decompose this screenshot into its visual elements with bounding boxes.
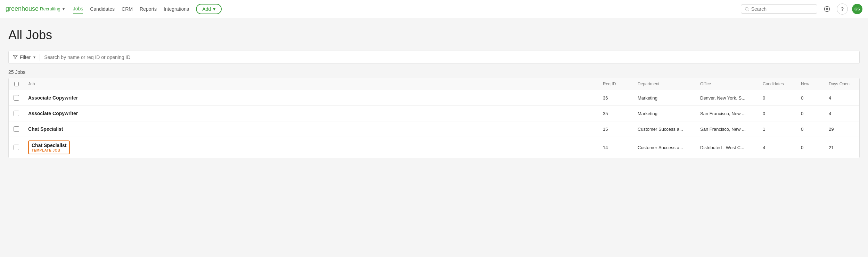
candidates-cell: 0 (759, 91, 797, 105)
office-cell: San Francisco, New ... (696, 122, 759, 137)
help-button[interactable]: ? (837, 3, 848, 15)
table-row: Associate Copywriter 35 Marketing San Fr… (9, 106, 859, 121)
office-cell: San Francisco, New ... (696, 106, 759, 121)
req-id-cell: 35 (599, 106, 633, 121)
brand-logo[interactable]: greenhouse Recruiting ▾ (6, 5, 65, 12)
global-search-box[interactable] (741, 5, 817, 14)
department-cell: Marketing (633, 106, 696, 121)
brand-sub: Recruiting (40, 6, 60, 11)
nav-integrations[interactable]: Integrations (164, 5, 189, 13)
template-job-title: Chat Specialist (32, 143, 66, 148)
days-open-cell: 21 (825, 140, 859, 155)
navbar: greenhouse Recruiting ▾ Jobs Candidates … (0, 0, 868, 18)
office-cell: Denver, New York, S... (696, 91, 759, 105)
svg-line-1 (748, 10, 748, 10)
filter-icon (13, 55, 18, 60)
search-icon (745, 7, 749, 11)
row-checkbox-cell (9, 106, 24, 121)
template-job-box: Chat Specialist TEMPLATE JOB (28, 140, 70, 154)
department-cell: Marketing (633, 91, 696, 105)
job-name-cell[interactable]: Associate Copywriter (24, 106, 599, 121)
template-job-badge: TEMPLATE JOB (32, 148, 66, 152)
col-header-department: Department (633, 78, 696, 90)
department-cell: Customer Success a... (633, 122, 696, 137)
brand-dropdown-icon[interactable]: ▾ (63, 7, 65, 11)
col-header-office: Office (696, 78, 759, 90)
job-name-cell[interactable]: Chat Specialist (24, 121, 599, 137)
new-cell: 0 (797, 140, 825, 155)
nav-right: ? GS (741, 3, 862, 15)
row-checkbox[interactable] (14, 111, 19, 116)
row-checkbox[interactable] (14, 126, 19, 132)
page-title: All Jobs (8, 28, 860, 42)
filter-search-input[interactable] (44, 54, 855, 60)
add-button[interactable]: Add ▾ (196, 4, 222, 14)
table-header: Job Req ID Department Office Candidates … (9, 78, 859, 90)
nav-crm[interactable]: CRM (122, 5, 133, 13)
add-label: Add (202, 6, 211, 12)
new-cell: 0 (797, 122, 825, 137)
template-job-name-cell[interactable]: Chat Specialist TEMPLATE JOB (24, 137, 599, 158)
table-row: Chat Specialist 15 Customer Success a...… (9, 121, 859, 137)
svg-marker-3 (13, 55, 17, 59)
table-row: Associate Copywriter 36 Marketing Denver… (9, 90, 859, 106)
page-content: All Jobs Filter ▾ 25 Jobs Job Req ID Dep… (0, 18, 868, 257)
filter-chevron[interactable]: ▾ (33, 55, 35, 60)
filter-label: Filter (20, 54, 31, 60)
nav-reports[interactable]: Reports (140, 5, 157, 13)
table-row-template: Chat Specialist TEMPLATE JOB 14 Customer… (9, 137, 859, 158)
col-header-days-open: Days Open (825, 78, 859, 90)
days-open-cell: 4 (825, 91, 859, 105)
nav-jobs[interactable]: Jobs (73, 5, 83, 14)
row-checkbox[interactable] (14, 145, 19, 150)
col-header-req-id: Req ID (599, 78, 633, 90)
avatar[interactable]: GS (852, 4, 862, 14)
col-header-job: Job (24, 78, 599, 90)
row-checkbox-cell (9, 140, 24, 155)
office-cell: Distributed - West C... (696, 140, 759, 155)
new-cell: 0 (797, 106, 825, 121)
candidates-cell: 0 (759, 106, 797, 121)
filter-bar: Filter ▾ (8, 51, 860, 64)
req-id-cell: 15 (599, 122, 633, 137)
col-header-candidates: Candidates (759, 78, 797, 90)
nav-links: Jobs Candidates CRM Reports Integrations… (73, 4, 732, 14)
nav-candidates[interactable]: Candidates (90, 5, 115, 13)
filter-divider (40, 54, 40, 61)
add-dropdown-icon: ▾ (213, 6, 215, 12)
settings-button[interactable] (821, 3, 833, 15)
svg-point-0 (745, 7, 748, 10)
days-open-cell: 4 (825, 106, 859, 121)
row-checkbox-cell (9, 90, 24, 105)
row-checkbox-cell (9, 121, 24, 137)
brand-name: greenhouse (6, 5, 39, 12)
req-id-cell: 14 (599, 140, 633, 155)
svg-point-2 (826, 8, 828, 10)
settings-icon (824, 6, 830, 12)
select-all-checkbox[interactable] (14, 82, 19, 86)
days-open-cell: 29 (825, 122, 859, 137)
row-checkbox[interactable] (14, 95, 19, 101)
candidates-cell: 4 (759, 140, 797, 155)
jobs-count: 25 Jobs (8, 69, 860, 75)
jobs-table: Job Req ID Department Office Candidates … (8, 78, 860, 158)
new-cell: 0 (797, 91, 825, 105)
filter-button[interactable]: Filter (13, 54, 31, 60)
job-name-cell[interactable]: Associate Copywriter (24, 90, 599, 105)
department-cell: Customer Success a... (633, 140, 696, 155)
req-id-cell: 36 (599, 91, 633, 105)
col-header-new: New (797, 78, 825, 90)
candidates-cell: 1 (759, 122, 797, 137)
search-input[interactable] (751, 6, 813, 12)
